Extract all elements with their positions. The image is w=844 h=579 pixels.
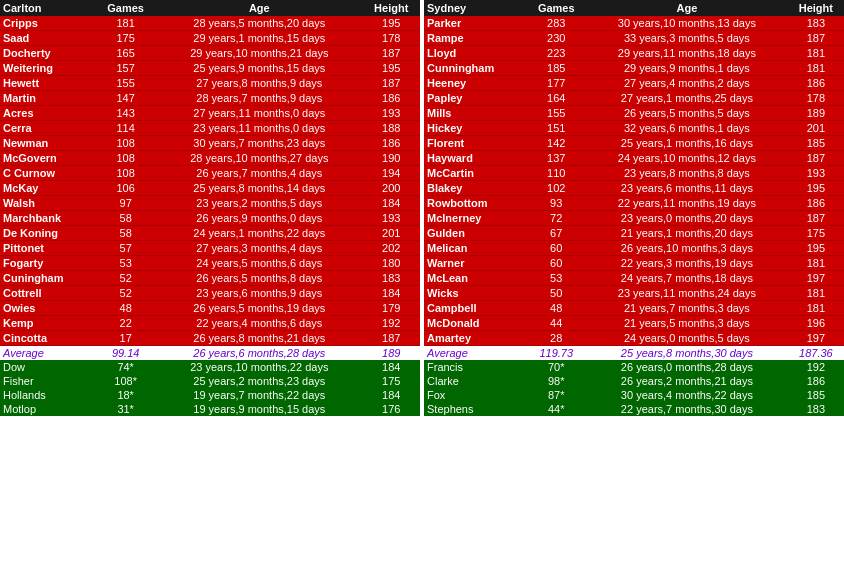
table-row: Weitering15725 years,9 months,15 days195 xyxy=(0,61,420,76)
cell-13-3: 187 xyxy=(788,211,844,226)
cell-5-1: 164 xyxy=(526,91,586,106)
cell-0-1: 283 xyxy=(526,16,586,31)
cell-21-0: Amartey xyxy=(424,331,526,346)
table-row: De Koning5824 years,1 months,22 days201 xyxy=(0,226,420,241)
cell-2-2: 29 years,11 months,18 days xyxy=(586,46,788,61)
header-cell-3: Height xyxy=(362,0,420,16)
cell-9-2: 28 years,10 months,27 days xyxy=(156,151,362,166)
cell-6-0: Mills xyxy=(424,106,526,121)
cell-0-3: 195 xyxy=(362,16,420,31)
cell-21-0: Cincotta xyxy=(0,331,95,346)
cell-16-3: 180 xyxy=(362,256,420,271)
cell-13-2: 26 years,9 months,0 days xyxy=(156,211,362,226)
extra-cell-3-1: 31* xyxy=(95,402,156,416)
table-row: Melican6026 years,10 months,3 days195 xyxy=(424,241,844,256)
cell-8-2: 30 years,7 months,23 days xyxy=(156,136,362,151)
cell-12-1: 97 xyxy=(95,196,156,211)
cell-19-2: 26 years,5 months,19 days xyxy=(156,301,362,316)
cell-1-0: Rampe xyxy=(424,31,526,46)
cell-4-3: 187 xyxy=(362,76,420,91)
cell-1-1: 230 xyxy=(526,31,586,46)
table-row: Marchbank5826 years,9 months,0 days193 xyxy=(0,211,420,226)
cell-4-2: 27 years,8 months,9 days xyxy=(156,76,362,91)
cell-16-2: 24 years,5 months,6 days xyxy=(156,256,362,271)
table-row: Rowbottom9322 years,11 months,19 days186 xyxy=(424,196,844,211)
cell-14-3: 175 xyxy=(788,226,844,241)
cell-15-1: 57 xyxy=(95,241,156,256)
extra-cell-2-0: Hollands xyxy=(0,388,95,402)
cell-1-0: Saad xyxy=(0,31,95,46)
table-row: Cincotta1726 years,8 months,21 days187 xyxy=(0,331,420,346)
cell-9-1: 108 xyxy=(95,151,156,166)
cell-1-1: 175 xyxy=(95,31,156,46)
cell-19-2: 21 years,7 months,3 days xyxy=(586,301,788,316)
extra-cell-1-2: 26 years,2 months,21 days xyxy=(586,374,788,388)
table-row: Cottrell5223 years,6 months,9 days184 xyxy=(0,286,420,301)
table-row: Docherty16529 years,10 months,21 days187 xyxy=(0,46,420,61)
cell-10-3: 193 xyxy=(788,166,844,181)
cell-0-2: 28 years,5 months,20 days xyxy=(156,16,362,31)
cell-9-0: McGovern xyxy=(0,151,95,166)
avg-cell-0: Average xyxy=(424,346,526,361)
cell-1-2: 29 years,1 months,15 days xyxy=(156,31,362,46)
cell-6-1: 155 xyxy=(526,106,586,121)
cell-9-2: 24 years,10 months,12 days xyxy=(586,151,788,166)
cell-20-0: McDonald xyxy=(424,316,526,331)
extra-row: Stephens44*22 years,7 months,30 days183 xyxy=(424,402,844,416)
cell-10-2: 23 years,8 months,8 days xyxy=(586,166,788,181)
header-cell-0: Sydney xyxy=(424,0,526,16)
cell-11-2: 25 years,8 months,14 days xyxy=(156,181,362,196)
extra-cell-2-1: 18* xyxy=(95,388,156,402)
avg-cell-1: 119.73 xyxy=(526,346,586,361)
cell-18-1: 50 xyxy=(526,286,586,301)
cell-21-2: 26 years,8 months,21 days xyxy=(156,331,362,346)
cell-4-3: 186 xyxy=(788,76,844,91)
cell-19-3: 181 xyxy=(788,301,844,316)
cell-8-0: Newman xyxy=(0,136,95,151)
cell-3-2: 25 years,9 months,15 days xyxy=(156,61,362,76)
average-row: Average99.1426 years,6 months,28 days189 xyxy=(0,346,420,361)
table-row: Kemp2222 years,4 months,6 days192 xyxy=(0,316,420,331)
header-cell-1: Games xyxy=(95,0,156,16)
cell-18-2: 23 years,11 months,24 days xyxy=(586,286,788,301)
cell-4-0: Hewett xyxy=(0,76,95,91)
cell-5-1: 147 xyxy=(95,91,156,106)
cell-12-1: 93 xyxy=(526,196,586,211)
cell-1-3: 178 xyxy=(362,31,420,46)
cell-5-2: 28 years,7 months,9 days xyxy=(156,91,362,106)
extra-cell-1-0: Clarke xyxy=(424,374,526,388)
table-row: Amartey2824 years,0 months,5 days197 xyxy=(424,331,844,346)
extra-cell-3-0: Motlop xyxy=(0,402,95,416)
cell-2-1: 165 xyxy=(95,46,156,61)
avg-cell-3: 187.36 xyxy=(788,346,844,361)
cell-3-0: Weitering xyxy=(0,61,95,76)
table-row: Papley16427 years,1 months,25 days178 xyxy=(424,91,844,106)
table-row: Gulden6721 years,1 months,20 days175 xyxy=(424,226,844,241)
cell-15-3: 195 xyxy=(788,241,844,256)
table-header-row: CarltonGamesAgeHeight xyxy=(0,0,420,16)
extra-row: Hollands18*19 years,7 months,22 days184 xyxy=(0,388,420,402)
extra-cell-2-0: Fox xyxy=(424,388,526,402)
cell-2-3: 187 xyxy=(362,46,420,61)
cell-19-0: Owies xyxy=(0,301,95,316)
cell-0-2: 30 years,10 months,13 days xyxy=(586,16,788,31)
extra-row: Francis70*26 years,0 months,28 days192 xyxy=(424,360,844,374)
cell-19-0: Campbell xyxy=(424,301,526,316)
cell-18-3: 184 xyxy=(362,286,420,301)
cell-16-2: 22 years,3 months,19 days xyxy=(586,256,788,271)
cell-21-3: 187 xyxy=(362,331,420,346)
table-row: Owies4826 years,5 months,19 days179 xyxy=(0,301,420,316)
cell-17-2: 26 years,5 months,8 days xyxy=(156,271,362,286)
cell-7-1: 151 xyxy=(526,121,586,136)
table-row: McLean5324 years,7 months,18 days197 xyxy=(424,271,844,286)
cell-16-3: 181 xyxy=(788,256,844,271)
table-row: Cuningham5226 years,5 months,8 days183 xyxy=(0,271,420,286)
cell-15-2: 27 years,3 months,4 days xyxy=(156,241,362,256)
extra-cell-0-2: 23 years,10 months,22 days xyxy=(156,360,362,374)
cell-21-1: 28 xyxy=(526,331,586,346)
cell-10-1: 108 xyxy=(95,166,156,181)
cell-17-1: 53 xyxy=(526,271,586,286)
cell-14-3: 201 xyxy=(362,226,420,241)
cell-14-1: 58 xyxy=(95,226,156,241)
cell-13-0: McInerney xyxy=(424,211,526,226)
